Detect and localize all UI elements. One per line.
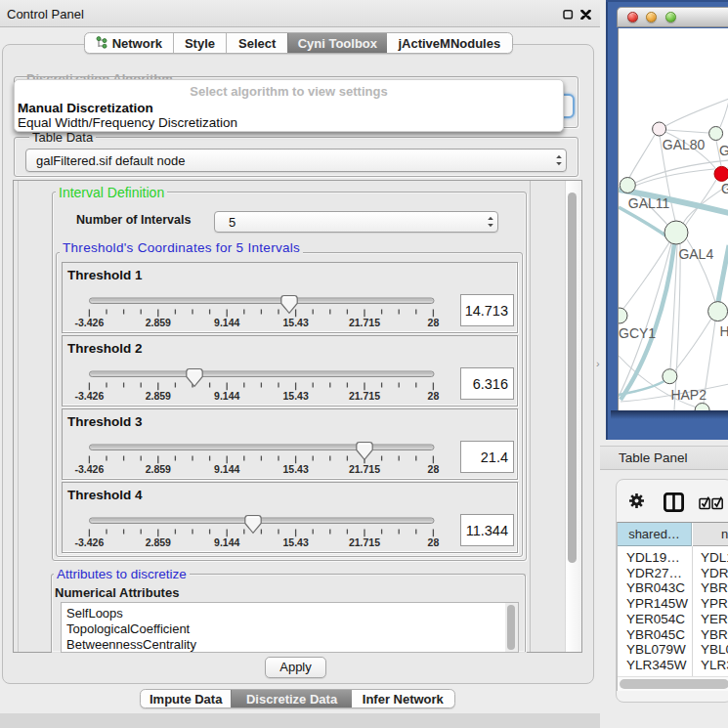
svg-text:GAL11: GAL11 [628,195,670,211]
svg-text:GAL4: GAL4 [678,246,713,262]
svg-text:GAL80: GAL80 [663,137,706,152]
svg-text:GCY1: GCY1 [619,325,656,341]
svg-text:HA: HA [720,323,728,339]
svg-text:GA: GA [719,143,728,158]
svg-text:GA: GA [721,181,728,196]
svg-text:HAP2: HAP2 [670,387,707,403]
